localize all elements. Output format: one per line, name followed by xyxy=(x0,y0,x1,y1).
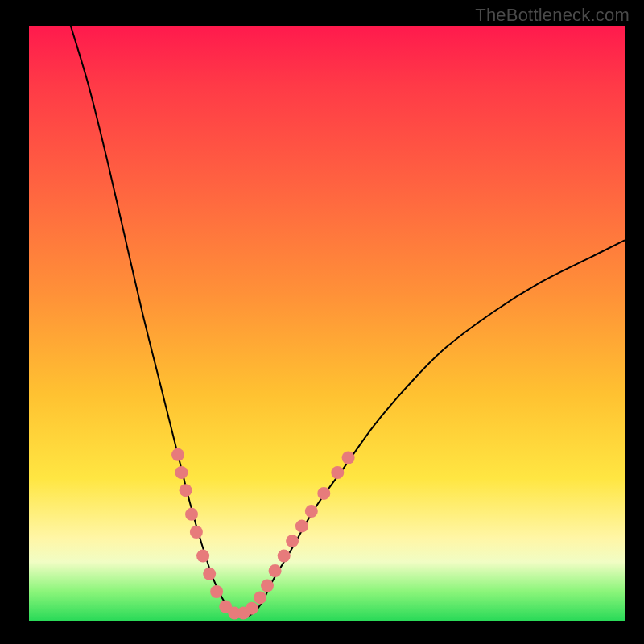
marker-cluster xyxy=(171,448,355,620)
marker-dot xyxy=(175,466,188,479)
marker-dot xyxy=(342,452,355,464)
marker-dot xyxy=(278,550,291,563)
marker-dot xyxy=(210,585,223,598)
marker-dot xyxy=(295,520,308,533)
marker-dot xyxy=(196,550,209,563)
marker-dot xyxy=(246,602,258,615)
marker-dot xyxy=(190,526,203,539)
chart-frame: TheBottleneck.com xyxy=(0,0,644,644)
watermark-text: TheBottleneck.com xyxy=(475,5,630,26)
marker-dot xyxy=(171,448,184,461)
marker-dot xyxy=(269,564,282,577)
marker-dot xyxy=(180,484,192,497)
marker-dot xyxy=(305,505,318,518)
marker-dot xyxy=(261,580,274,592)
chart-svg xyxy=(29,26,625,621)
marker-dot xyxy=(203,568,216,580)
marker-dot xyxy=(331,466,344,479)
marker-dot xyxy=(254,591,266,604)
plot-area xyxy=(29,26,625,621)
marker-dot xyxy=(185,508,198,521)
bottleneck-curve xyxy=(71,26,625,617)
marker-dot xyxy=(317,487,330,500)
marker-dot xyxy=(286,535,299,547)
